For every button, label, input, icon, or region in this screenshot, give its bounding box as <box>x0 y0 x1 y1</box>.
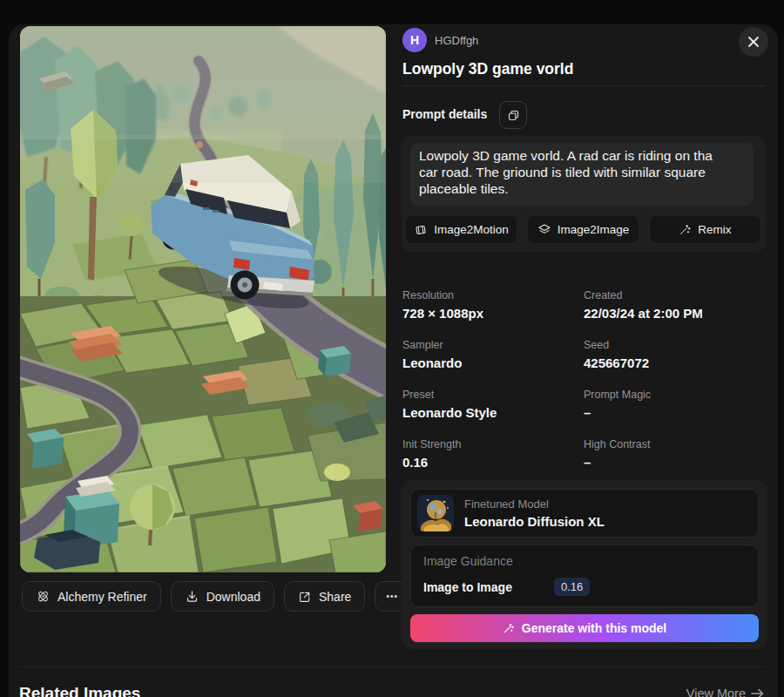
image-guidance-card: Image Guidance Image to Image 0.16 <box>410 545 759 607</box>
layers-icon <box>537 223 551 237</box>
alchemy-refiner-button[interactable]: Alchemy Refiner <box>22 581 161 612</box>
image2image-button[interactable]: Image2Image <box>527 215 639 244</box>
image2image-label: Image2Image <box>558 223 630 236</box>
divider <box>402 85 765 86</box>
copy-icon <box>507 109 520 122</box>
prompt-action-bar: Image2Motion Image2Image Remix <box>405 215 761 244</box>
generated-image[interactable] <box>20 26 386 572</box>
page-background: Alchemy Refiner Download Share ••• H HG <box>0 0 784 697</box>
film-icon <box>414 223 428 237</box>
meta-resolution: Resolution728 × 1088px <box>402 289 584 339</box>
download-icon <box>185 589 199 604</box>
generate-label: Generate with this model <box>522 621 666 635</box>
guidance-item-label: Image to Image <box>423 580 512 594</box>
image2motion-button[interactable]: Image2Motion <box>405 215 517 244</box>
model-section: Finetuned Model Leonardo Diffusion XL Im… <box>402 480 767 649</box>
page-title: Lowpoly 3D game vorld <box>402 60 573 78</box>
image-detail-modal: Alchemy Refiner Download Share ••• H HG <box>9 24 778 697</box>
view-more-link[interactable]: View More <box>686 687 764 697</box>
finetuned-model-label: Finetuned Model <box>464 497 605 511</box>
meta-prompt-magic: Prompt Magic– <box>584 389 765 438</box>
related-images-heading: Related Images <box>19 684 140 697</box>
avatar[interactable]: H <box>402 28 427 52</box>
remix-button[interactable]: Remix <box>649 215 761 244</box>
image2motion-label: Image2Motion <box>434 223 509 236</box>
prompt-details-heading: Prompt details <box>402 107 487 121</box>
close-button[interactable] <box>739 27 768 57</box>
close-icon <box>747 36 760 48</box>
finetuned-model-card[interactable]: Finetuned Model Leonardo Diffusion XL <box>410 489 759 538</box>
image-action-bar: Alchemy Refiner Download Share ••• <box>22 581 409 612</box>
download-label: Download <box>206 590 260 604</box>
wand-icon <box>679 223 692 236</box>
wand-icon <box>503 622 515 634</box>
meta-sampler: SamplerLeonardo <box>402 339 584 389</box>
more-icon: ••• <box>387 592 399 601</box>
generate-with-model-button[interactable]: Generate with this model <box>410 614 759 642</box>
prompt-card: Lowpoly 3D game vorld. A rad car is ridi… <box>402 136 766 252</box>
finetuned-model-name: Leonardo Diffusion XL <box>464 514 605 529</box>
remix-label: Remix <box>698 223 731 236</box>
copy-prompt-button[interactable] <box>499 101 527 129</box>
share-label: Share <box>319 590 351 604</box>
guidance-value-badge: 0.16 <box>554 578 590 596</box>
alchemy-refiner-label: Alchemy Refiner <box>57 590 147 604</box>
meta-created: Created22/03/24 at 2:00 PM <box>584 289 765 339</box>
alchemy-icon <box>36 589 51 604</box>
meta-seed: Seed425667072 <box>584 339 765 389</box>
arrow-right-icon <box>751 688 764 697</box>
image-guidance-heading: Image Guidance <box>423 554 746 568</box>
share-icon <box>298 590 312 604</box>
metadata-grid: Resolution728 × 1088px Created22/03/24 a… <box>402 289 765 488</box>
model-thumbnail <box>417 495 454 531</box>
divider <box>19 667 765 667</box>
share-button[interactable]: Share <box>284 581 365 612</box>
download-button[interactable]: Download <box>171 581 274 612</box>
username: HGDffgh <box>435 34 478 47</box>
meta-preset: PresetLeonardo Style <box>402 389 584 438</box>
prompt-text: Lowpoly 3D game vorld. A rad car is ridi… <box>410 143 754 206</box>
